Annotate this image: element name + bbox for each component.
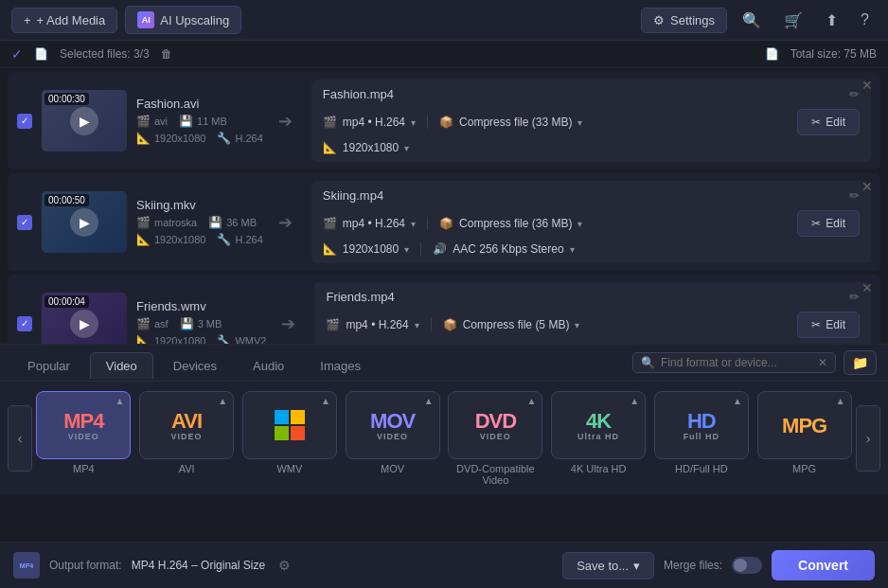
file-checkbox-2[interactable]: ✓ xyxy=(17,316,32,331)
format-item-mpg[interactable]: ▲ MPG MPG xyxy=(756,391,852,486)
format-icon-box-mp4[interactable]: ▲ MP4 VIDEO xyxy=(36,391,131,459)
film-icon: 🎬 xyxy=(136,115,151,128)
tab-video[interactable]: Video xyxy=(90,352,153,379)
format-chevron-avi: ▲ xyxy=(218,396,227,406)
format-icon-box-wmv[interactable]: ▲ xyxy=(242,391,337,459)
format-item-avi[interactable]: ▲ AVI VIDEO AVI xyxy=(139,391,235,486)
file-list: ✕ ✓ 00:00:30 ▶ Fashion.avi 🎬 avi 💾 11 MB… xyxy=(0,68,888,344)
file-codec-0: 🔧 H.264 xyxy=(217,132,262,145)
edit-button-2[interactable]: ✂ Edit xyxy=(797,312,860,338)
share-button[interactable]: ⬆ xyxy=(818,7,845,34)
compress-dropdown-arrow-1[interactable]: ▾ xyxy=(577,219,582,229)
format-icon-box-dvd[interactable]: ▲ DVD VIDEO xyxy=(448,391,542,459)
format-icon-box-mov[interactable]: ▲ MOV VIDEO xyxy=(346,391,440,459)
format-dropdown-arrow-0[interactable]: ▾ xyxy=(411,117,416,128)
tab-devices[interactable]: Devices xyxy=(157,352,233,379)
compress-dropdown-arrow-0[interactable]: ▾ xyxy=(577,117,582,128)
codec-icon: 🔧 xyxy=(217,233,231,246)
format-item-dvd[interactable]: ▲ DVD VIDEO DVD-Compatible Video xyxy=(448,391,543,486)
tab-popular[interactable]: Popular xyxy=(11,352,86,379)
codec-icon: 🔧 xyxy=(217,334,231,344)
folder-button[interactable]: 📁 xyxy=(844,350,877,375)
format-label-mp4: MP4 xyxy=(73,463,95,474)
audio-dropdown-arrow-1[interactable]: ▾ xyxy=(570,244,575,255)
format-icon-box-avi[interactable]: ▲ AVI VIDEO xyxy=(139,391,234,459)
format-item-4k[interactable]: ▲ 4K Ultra HD 4K Ultra HD xyxy=(551,391,647,486)
play-button-2[interactable]: ▶ xyxy=(70,310,98,338)
file-thumbnail-0[interactable]: 00:00:30 ▶ xyxy=(42,90,127,151)
format-item-mov[interactable]: ▲ MOV VIDEO MOV xyxy=(345,391,440,486)
file-name-2: Friends.wmv xyxy=(136,299,266,313)
format-prev-button[interactable]: ‹ xyxy=(8,405,32,472)
convert-arrow-0: ➔ xyxy=(273,111,298,132)
format-icon-box-mpg[interactable]: ▲ MPG xyxy=(757,391,852,459)
file-checkbox-0[interactable]: ✓ xyxy=(17,114,32,129)
resolution-dropdown-arrow-0[interactable]: ▾ xyxy=(404,143,409,153)
file-row: ✕ ✓ 00:00:30 ▶ Fashion.avi 🎬 avi 💾 11 MB… xyxy=(8,72,880,169)
file-resolution-2: 📐 1920x1080 xyxy=(136,334,205,344)
format-dropdown-arrow-2[interactable]: ▾ xyxy=(415,320,419,330)
total-size-label: Total size: 75 MB xyxy=(790,47,877,61)
help-button[interactable]: ? xyxy=(853,7,877,33)
file-close-icon[interactable]: ✕ xyxy=(861,179,873,194)
format-label-mov: MOV xyxy=(381,463,404,474)
output-edit-icon-0[interactable]: ✏ xyxy=(849,87,860,101)
merge-files-label: Merge files: xyxy=(664,559,722,572)
search-button[interactable]: 🔍 xyxy=(735,7,769,34)
format-search-input[interactable] xyxy=(661,356,812,369)
output-compress-value-2: Compress file (5 MB) xyxy=(463,318,570,331)
audio-icon: 🔊 xyxy=(433,242,447,256)
play-button-1[interactable]: ▶ xyxy=(70,208,98,237)
format-item-wmv[interactable]: ▲ WMV xyxy=(242,391,338,486)
cart-button[interactable]: 🛒 xyxy=(776,7,810,34)
save-to-button[interactable]: Save to... ▾ xyxy=(562,552,654,579)
settings-button[interactable]: ⚙ Settings xyxy=(641,8,727,33)
format-item-hd[interactable]: ▲ HD Full HD HD/Full HD xyxy=(654,391,750,486)
resolution-dropdown-arrow-1[interactable]: ▾ xyxy=(404,244,409,255)
select-all-checkbox[interactable]: ✓ xyxy=(11,46,23,62)
add-media-button[interactable]: + + Add Media xyxy=(11,8,117,33)
tab-audio[interactable]: Audio xyxy=(237,352,300,379)
format-next-button[interactable]: › xyxy=(856,405,880,472)
format-icon-box-hd[interactable]: ▲ HD Full HD xyxy=(654,391,749,459)
format-icon: 🎬 xyxy=(326,318,340,331)
output-format-field-0: 🎬 mp4 • H.264 ▾ xyxy=(323,116,416,129)
file-row: ✕ ✓ 00:00:50 ▶ Skiing.mkv 🎬 matroska 💾 3… xyxy=(8,173,880,271)
file-checkbox-1[interactable]: ✓ xyxy=(17,215,32,230)
format-dropdown-arrow-1[interactable]: ▾ xyxy=(411,219,416,229)
file-icon: 📄 xyxy=(765,47,779,61)
search-clear-icon[interactable]: ✕ xyxy=(818,356,827,369)
edit-button-0[interactable]: ✂ Edit xyxy=(797,109,860,135)
file-close-icon[interactable]: ✕ xyxy=(861,78,873,93)
output-resolution-value-1: 1920x1080 xyxy=(343,242,399,256)
convert-arrow-2: ➔ xyxy=(275,313,301,334)
output-format-icon: MP4 xyxy=(13,552,40,579)
delete-icon[interactable]: 🗑 xyxy=(161,47,172,61)
film-icon: 🎬 xyxy=(136,216,151,229)
output-settings-icon[interactable]: ⚙ xyxy=(275,556,294,575)
output-edit-icon-2[interactable]: ✏ xyxy=(849,290,860,304)
convert-button[interactable]: Convert xyxy=(772,550,875,580)
tab-images[interactable]: Images xyxy=(304,352,377,379)
compress-dropdown-arrow-2[interactable]: ▾ xyxy=(575,320,579,330)
file-thumbnail-2[interactable]: 00:00:04 ▶ xyxy=(42,293,127,344)
play-button-0[interactable]: ▶ xyxy=(70,107,98,135)
resolution-icon: 📐 xyxy=(136,334,151,344)
convert-arrow-1: ➔ xyxy=(273,212,298,233)
output-compress-value-1: Compress file (36 MB) xyxy=(459,217,572,230)
output-edit-icon-1[interactable]: ✏ xyxy=(849,188,860,203)
output-section-0: Fashion.mp4 ✏ 🎬 mp4 • H.264 ▾ 📦 Compress… xyxy=(311,80,871,162)
file-thumbnail-1[interactable]: 00:00:50 ▶ xyxy=(42,191,127,253)
format-item-mp4[interactable]: ▲ MP4 VIDEO MP4 xyxy=(36,391,132,486)
file-close-icon[interactable]: ✕ xyxy=(861,280,873,295)
format-icon-box-4k[interactable]: ▲ 4K Ultra HD xyxy=(551,391,646,459)
ai-upscaling-label: AI Upscaling xyxy=(160,13,229,27)
output-format-value-1: mp4 • H.264 xyxy=(343,217,405,230)
ai-upscaling-button[interactable]: AI AI Upscaling xyxy=(125,6,241,34)
format-grid: ▲ MP4 VIDEO MP4 ▲ AVI VIDEO AVI ▲ WMV ▲ … xyxy=(36,391,852,486)
format-chevron-4k: ▲ xyxy=(630,396,639,406)
selected-files-label: Selected files: 3/3 xyxy=(60,47,150,61)
merge-toggle[interactable] xyxy=(732,557,762,574)
file-size-0: 💾 11 MB xyxy=(179,115,227,128)
edit-button-1[interactable]: ✂ Edit xyxy=(797,210,860,237)
